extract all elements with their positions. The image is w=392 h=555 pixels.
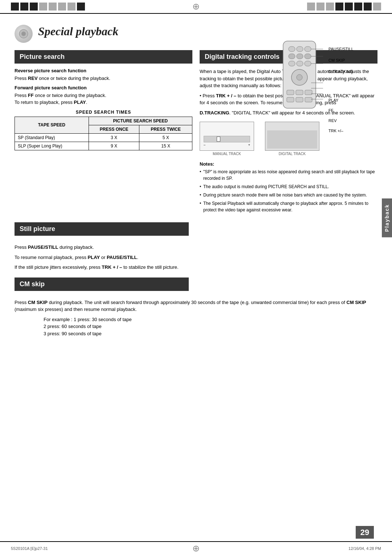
manual-track-thumb [217, 137, 220, 142]
example-3: 3 press: 90 seconds of tape [44, 330, 377, 337]
digital-track-diagram: DIGITAL TRACK [265, 122, 319, 156]
page-number: 29 [356, 526, 374, 539]
block-5 [49, 3, 57, 11]
table-cell-slp-once: 9 X [89, 142, 139, 150]
remote-label-play: PLAY [328, 97, 354, 104]
page-title: Special playback [38, 25, 118, 38]
table-cell-slp-twice: 15 X [139, 142, 192, 150]
svg-rect-19 [305, 97, 312, 102]
block-r8 [373, 3, 381, 11]
speed-table: TAPE SPEED PICTURE SEARCH SPEED PRESS ON… [15, 117, 192, 150]
note-item-2: The audio output is muted during PICTURE… [200, 183, 377, 190]
example-label: For example : 1 press: 30 seconds of tap… [44, 316, 377, 323]
remote-label-ff: FF [328, 107, 354, 114]
table-cell-sp-twice: 5 X [139, 133, 192, 142]
top-bar-blocks-right [307, 3, 381, 11]
svg-rect-8 [305, 54, 311, 59]
svg-rect-3 [289, 46, 295, 52]
block-2 [20, 3, 28, 11]
block-r1 [307, 3, 315, 11]
top-bar-blocks-left [11, 3, 85, 11]
table-cell-slp: SLP (Super Long Play) [15, 142, 89, 150]
table-cell-sp: SP (Standard Play) [15, 133, 89, 142]
remote-label-trk: TRK +/– [328, 127, 354, 135]
svg-point-1 [21, 32, 26, 36]
block-r4 [335, 3, 343, 11]
cm-skip-section: CM skip Press CM SKIP during playback. T… [15, 278, 377, 337]
picture-search-header: Picture search [15, 50, 192, 64]
still-picture-body2: To resume normal playback, press PLAY or… [15, 254, 377, 261]
svg-point-13 [297, 74, 302, 80]
svg-rect-18 [296, 97, 303, 102]
block-r5 [345, 3, 353, 11]
manual-track-diagram: – + MANUAL TRACK [200, 122, 254, 156]
block-6 [58, 3, 66, 11]
remote-label-pause-still: PAUSE/STILL [328, 46, 354, 53]
svg-rect-10 [297, 61, 303, 66]
still-picture-body1: Press PAUSE/STILL during playback. [15, 244, 377, 251]
remote-svg [276, 39, 323, 112]
note-item-1: "SP" is more appropriate as less noise a… [200, 169, 377, 182]
svg-rect-9 [289, 61, 295, 66]
speed-table-wrap: SPEED SEARCH TIMES TAPE SPEED PICTURE SE… [15, 110, 192, 150]
remote-label-d-tracking: D.TRACKING [328, 68, 354, 76]
title-logo-icon [15, 25, 33, 43]
scale-minus: – [204, 143, 205, 147]
table-header-press-once: PRESS ONCE [89, 125, 139, 133]
manual-track-label: MANUAL TRACK [213, 152, 241, 156]
svg-rect-6 [289, 54, 295, 59]
block-r3 [326, 3, 334, 11]
forward-search-body: Press FF once or twice during the playba… [15, 92, 192, 106]
top-decorative-bar: ⊕ [0, 0, 392, 14]
table-row: SLP (Super Long Play) 9 X 15 X [15, 142, 192, 150]
table-header-press-twice: PRESS TWICE [139, 125, 192, 133]
footer-left: 5S20101A [E]p27-31 [11, 546, 48, 551]
svg-rect-5 [305, 46, 311, 52]
remote-label-rev: REV [328, 117, 354, 125]
manual-track-slider-bg [204, 136, 250, 142]
remote-label-cm-skip: CM SKIP [328, 57, 354, 64]
block-4 [39, 3, 47, 11]
forward-search-heading: Forward picture search function [15, 85, 192, 90]
block-3 [30, 3, 38, 11]
notes-title: Notes: [200, 161, 377, 167]
bottom-crosshair: ⊕ [192, 543, 200, 554]
note-item-3: During picture search mode there will be… [200, 192, 377, 198]
playback-sidebar: Playback [382, 199, 392, 238]
table-cell-sp-once: 3 X [89, 133, 139, 142]
top-bar-crosshair: ⊕ [192, 1, 200, 12]
note-item-4: The Special Playback will automatically … [200, 200, 377, 213]
remote-labels: PAUSE/STILL CM SKIP D.TRACKING PLAY FF R… [328, 46, 354, 135]
block-7 [68, 3, 75, 11]
block-1 [11, 3, 19, 11]
bottom-bar: 5S20101A [E]p27-31 ⊕ 12/16/04, 4:28 PM [0, 541, 392, 555]
reverse-search-heading: Reverse picture search function [15, 68, 192, 73]
digital-track-label: DIGITAL TRACK [279, 152, 306, 156]
picture-search-section: Picture search Reverse picture search fu… [15, 50, 192, 215]
svg-rect-11 [305, 61, 311, 66]
still-picture-section: Still picture Press PAUSE/STILL during p… [15, 222, 377, 271]
svg-rect-17 [287, 97, 294, 102]
table-header-picture-speed: PICTURE SEARCH SPEED [89, 117, 192, 125]
remote-diagram: PAUSE/STILL CM SKIP D.TRACKING PLAY FF R… [276, 39, 377, 135]
cm-skip-example: For example : 1 press: 30 seconds of tap… [15, 316, 377, 337]
svg-rect-16 [305, 90, 312, 95]
still-picture-body3: If the still picture jitters excessively… [15, 264, 377, 271]
still-picture-header: Still picture [15, 222, 189, 236]
example-2: 2 press: 60 seconds of tape [44, 323, 377, 330]
digital-track-inner [267, 130, 317, 149]
svg-rect-7 [297, 54, 303, 59]
table-header-tape-speed: TAPE SPEED [15, 117, 89, 133]
footer-right: 12/16/04, 4:28 PM [348, 546, 381, 551]
reverse-search-body: Press REV once or twice during the playb… [15, 75, 192, 82]
notes-section: Notes: "SP" is more appropriate as less … [200, 161, 377, 213]
manual-track-inner: – + [202, 132, 252, 149]
block-r6 [354, 3, 362, 11]
svg-rect-4 [297, 46, 303, 52]
block-8 [77, 3, 85, 11]
block-r2 [317, 3, 324, 11]
svg-rect-15 [296, 90, 303, 95]
main-content: Special playback [0, 17, 392, 358]
manual-track-scale: – + [204, 143, 250, 147]
cm-skip-header: CM skip [15, 278, 189, 291]
